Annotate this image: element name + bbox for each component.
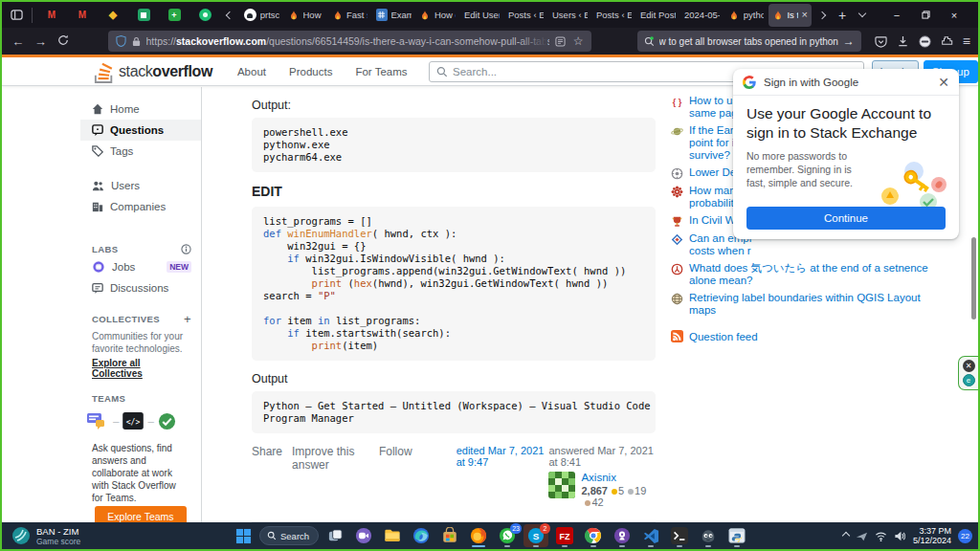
browser-tab[interactable]: Exam [372,4,415,27]
list-all-tabs-button[interactable] [854,6,871,25]
browser-tab[interactable]: How t [284,4,327,27]
url-bar[interactable]: https://stackoverflow.com/questions/6651… [108,31,591,52]
pinned-tab[interactable]: + [160,5,189,26]
hot-question-item[interactable]: Retrieving label boundaries within QGIS … [671,292,978,317]
pinned-tab[interactable] [190,5,219,26]
taskbar-app-filezilla[interactable]: FZ [552,524,577,547]
taskbar-app-edge[interactable] [409,524,434,547]
taskbar-app-python[interactable] [724,524,749,547]
taskbar-app-firefox[interactable] [466,524,491,547]
sidebar-item-questions[interactable]: Questions [80,120,201,141]
bookmark-star-icon[interactable]: ☆ [573,35,584,47]
nav-about[interactable]: About [226,66,278,77]
follow-link[interactable]: Follow [379,445,412,508]
taskbar-app-terminal[interactable] [667,524,692,547]
new-tab-button[interactable]: + [833,8,852,23]
go-arrow-icon[interactable]: → [843,34,855,48]
menu-icon[interactable]: ≡ [963,33,970,49]
taskbar-app-chrome[interactable] [581,524,606,547]
firefox-view-button[interactable] [6,6,27,25]
tray-app-icon[interactable] [856,530,868,542]
browser-tab[interactable]: Posts ‹ Em [504,4,547,27]
nav-products[interactable]: Products [278,66,344,77]
sidebar-item-tags[interactable]: Tags [80,141,201,162]
taskbar-app-start[interactable] [231,524,256,547]
volume-icon[interactable] [894,530,906,542]
avatar[interactable] [548,472,575,498]
improve-answer-link[interactable]: Improve this answer [292,445,369,508]
add-icon[interactable]: + [184,312,191,326]
taskbar-app-store[interactable] [437,524,462,547]
sidebar-item-discussions[interactable]: Discussions [80,277,201,298]
browser-tab[interactable]: Edit Post [636,4,679,27]
sidebar-item-jobs[interactable]: JobsNEW [80,256,201,277]
so-logo[interactable]: stackoverflow [94,59,212,84]
forward-button[interactable]: → [33,34,50,49]
reader-view-icon[interactable] [555,36,566,47]
pinned-tab[interactable]: ◆ [99,5,127,26]
scroll-tabs-left-button[interactable] [221,6,238,25]
pinned-tab[interactable] [129,5,158,26]
quick-search-bar[interactable]: w to get all browser tabs opened in pyth… [637,31,861,52]
taskbar-app-explorer[interactable] [380,524,405,547]
explore-collectives-link[interactable]: Explore all Collectives [80,357,201,380]
downloads-icon[interactable] [897,35,909,48]
taskbar-app-gimp[interactable] [696,524,721,547]
browser-tab[interactable]: How c [416,4,459,27]
info-icon[interactable] [181,244,191,254]
browser-tab[interactable]: pytho [724,4,768,27]
taskbar-app-whatsapp[interactable]: 23 [495,524,520,547]
edited-timestamp-link[interactable]: edited Mar 7, 2021 at 9:47 [457,445,549,508]
browser-tab[interactable]: Edit User A [460,4,503,27]
adblock-icon[interactable] [919,35,931,48]
browser-tab[interactable]: Users ‹ Em [548,4,591,27]
recorder-close-button[interactable]: ✕ [963,360,975,372]
maximize-button[interactable] [911,5,940,26]
page-scrollbar[interactable] [971,237,976,320]
tab-close-icon[interactable]: × [802,10,808,20]
sidebar-item-users[interactable]: Users [80,175,201,196]
explore-teams-button[interactable]: Explore Teams [95,506,187,522]
tray-chevron-up-icon[interactable] [843,533,849,539]
time: 3:37 PM [913,526,951,537]
reload-button[interactable] [55,34,72,49]
clock[interactable]: 3:37 PM 5/12/2024 [913,526,951,546]
flame-icon [772,9,783,21]
scroll-tabs-right-button[interactable] [813,6,831,25]
recorder-e-button[interactable]: e [963,374,975,386]
taskbar-search[interactable]: Search [259,526,319,545]
close-window-button[interactable]: × [940,5,969,26]
hot-question-item[interactable]: Whatd does 気ついたら at the end of a setnenc… [671,262,978,287]
taskbar-app-taskview[interactable] [323,524,347,547]
continue-button[interactable]: Continue [746,207,946,230]
pinned-tab[interactable]: M [37,5,66,26]
answerer-name-link[interactable]: Axisnix [581,472,656,483]
sidebar-item-companies[interactable]: Companies [80,196,201,217]
share-link[interactable]: Share [252,445,282,508]
taskbar-app-vscode[interactable] [638,524,663,547]
browser-tab[interactable]: Fast s [328,4,371,27]
sidebar-item-home[interactable]: Home [80,99,201,120]
taskbar-widget[interactable]: BAN - ZIM Game score [2,526,165,546]
browser-tab[interactable]: prtsc [240,4,283,27]
pocket-icon[interactable] [875,35,887,48]
wifi-icon[interactable] [875,530,887,542]
back-button[interactable]: ← [10,34,27,49]
browser-tab[interactable]: 2024-05-1 [680,4,724,27]
question-feed-link[interactable]: Question feed [671,330,978,342]
extensions-icon[interactable] [941,35,953,48]
browser-tab[interactable]: Posts ‹ Em [592,4,635,27]
taskbar-app-chat[interactable] [351,524,376,547]
firefox-icon [470,527,487,544]
popup-body-text: No more passwords to remember. Signing i… [733,143,877,189]
hot-question-link[interactable]: Whatd does 気ついたら at the end of a setnenc… [689,262,928,287]
minimize-button[interactable]: − [882,5,911,26]
pinned-tab[interactable]: M [68,5,97,26]
notification-count-badge[interactable]: 22 [958,529,972,543]
taskbar-app-skype[interactable]: S2 [523,524,548,547]
popup-close-button[interactable]: ✕ [938,75,949,90]
browser-tab[interactable]: Is t× [768,4,812,27]
nav-for-teams[interactable]: For Teams [344,66,418,77]
hot-question-link[interactable]: Retrieving label boundaries within QGIS … [689,292,921,317]
taskbar-app-gitkraken[interactable] [610,524,635,547]
